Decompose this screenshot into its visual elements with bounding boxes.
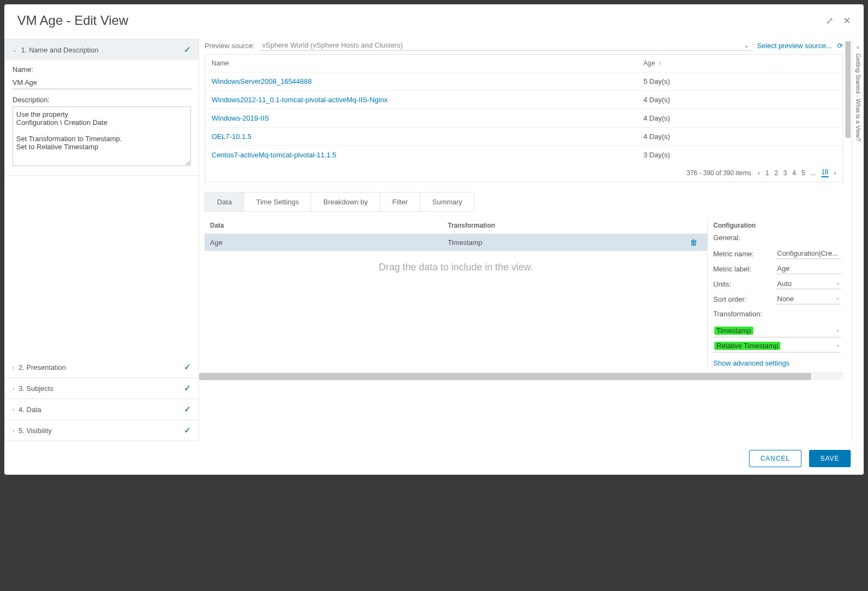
pager-page[interactable]: 2 (774, 169, 778, 177)
sort-select[interactable]: None⌄ (776, 294, 841, 304)
dialog-footer: CANCEL SAVE (4, 441, 864, 475)
pager-summary: 376 - 390 of 390 items (687, 169, 751, 177)
pager-page[interactable]: 4 (792, 169, 796, 177)
step-visibility[interactable]: › 5. Visibility ✓ (5, 420, 199, 441)
data-list: Data Transformation Age Timestamp 🗑 Drag… (205, 217, 708, 367)
description-label: Description: (12, 96, 191, 104)
vm-link[interactable]: WindowsServer2008_16544888 (205, 72, 637, 90)
step-body: Name: Description: Use the property Conf… (5, 60, 199, 175)
step-data[interactable]: › 4. Data ✓ (5, 399, 199, 420)
vertical-scrollbar[interactable] (845, 41, 851, 387)
step-label: 3. Subjects (18, 384, 53, 393)
table-row[interactable]: Centos7-activeMq-tomcat-pivotal-11.1.5 3… (205, 146, 843, 164)
config-tabs: Data Time Settings Breakdown by Filter S… (205, 192, 475, 212)
col-data: Data (210, 222, 448, 229)
table-row[interactable]: OEL7-10.1.5 4 Day(s) (205, 128, 843, 146)
config-panel: Configuration General: Metric name: Conf… (708, 217, 843, 367)
drag-hint: Drag the data to include in the view. (205, 251, 707, 289)
config-header: Configuration (713, 217, 841, 233)
table-row[interactable]: WindowsServer2008_16544888 5 Day(s) (205, 72, 843, 91)
pager-next[interactable]: › (834, 169, 836, 177)
sort-asc-icon: ↑ (658, 60, 661, 67)
getting-started-tab[interactable]: « Getting Started - What is a View? (852, 39, 864, 441)
step-label: 5. Visibility (18, 427, 51, 435)
vm-link[interactable]: Windows2012-11_0.1-tomcat-pivotal-active… (205, 91, 637, 109)
preview-source-label: Preview source: (205, 42, 254, 50)
table-row[interactable]: Windows-2019-IIS 4 Day(s) (205, 109, 843, 128)
transformation-sub-select[interactable]: Relative Timestamp ⌄ (713, 340, 841, 353)
delete-icon[interactable]: 🗑 (686, 238, 702, 247)
preview-source-row: Preview source: vSphere World (vSphere H… (199, 39, 849, 54)
col-transformation: Transformation (448, 222, 686, 229)
chevron-right-icon: › (12, 407, 14, 413)
pager-prev[interactable]: ‹ (758, 169, 760, 177)
chevron-down-icon: ⌄ (12, 47, 17, 53)
table-row[interactable]: Windows2012-11_0.1-tomcat-pivotal-active… (205, 91, 843, 109)
tab-time-settings[interactable]: Time Settings (244, 192, 311, 211)
chevron-right-icon: › (12, 364, 14, 370)
description-textarea[interactable]: Use the property Configuration \ Creatio… (12, 107, 191, 166)
metric-label-label: Metric label: (713, 265, 751, 273)
horizontal-scrollbar[interactable] (199, 373, 843, 380)
col-name[interactable]: Name (205, 55, 637, 72)
step-label: 2. Presentation (18, 363, 65, 371)
preview-source-select[interactable]: vSphere World (vSphere Hosts and Cluster… (260, 40, 752, 51)
dialog-header: VM Age - Edit View ⤢ ✕ (4, 4, 864, 39)
edit-view-dialog: VM Age - Edit View ⤢ ✕ ⌄ 1. Name and Des… (4, 4, 864, 475)
maximize-icon[interactable]: ⤢ (826, 15, 833, 26)
metric-name-label: Metric name: (713, 250, 754, 258)
step-presentation[interactable]: › 2. Presentation ✓ (5, 357, 199, 377)
check-icon: ✓ (184, 45, 191, 55)
sort-label: Sort order: (713, 295, 746, 303)
pager-ellipsis: ... (811, 169, 816, 177)
check-icon: ✓ (184, 426, 191, 435)
tab-summary[interactable]: Summary (420, 192, 475, 211)
chevron-down-icon: ⌄ (836, 327, 840, 335)
chevron-right-icon: › (12, 428, 14, 434)
col-age[interactable]: Age↑ (637, 55, 724, 72)
pager-page-current[interactable]: 16 (821, 168, 828, 177)
pager-page[interactable]: 3 (784, 169, 787, 177)
select-preview-source-link[interactable]: Select preview source... (757, 42, 832, 50)
chevron-down-icon: ⌄ (744, 41, 749, 49)
step-label: 1. Name and Description (21, 46, 98, 54)
refresh-icon[interactable]: ⟳ (837, 42, 843, 50)
wizard-steps: ⌄ 1. Name and Description ✓ Name: Descri… (4, 39, 199, 441)
units-label: Units: (713, 280, 731, 288)
pager: 376 - 390 of 390 items ‹ 1 2 3 4 5 ... 1… (205, 164, 843, 182)
save-button[interactable]: SAVE (809, 450, 851, 467)
pager-page[interactable]: 5 (801, 169, 805, 177)
step-name-description[interactable]: ⌄ 1. Name and Description ✓ (5, 39, 199, 60)
transformation-select[interactable]: Timestamp ⌄ (713, 324, 841, 337)
name-label: Name: (12, 65, 191, 74)
cancel-button[interactable]: CANCEL (749, 450, 801, 467)
name-input[interactable] (12, 76, 191, 89)
chevron-down-icon: ⌄ (836, 342, 840, 350)
units-select[interactable]: Auto⌄ (776, 278, 841, 289)
transformation-label: Transformation: (713, 307, 841, 322)
step-subjects[interactable]: › 3. Subjects ✓ (5, 378, 199, 399)
config-general: General: (713, 233, 841, 246)
chevron-right-icon: › (12, 386, 14, 391)
close-icon[interactable]: ✕ (843, 15, 851, 26)
check-icon: ✓ (184, 362, 191, 372)
tab-breakdown-by[interactable]: Breakdown by (311, 192, 380, 211)
chevron-down-icon: ⌄ (836, 295, 840, 303)
collapse-icon: « (857, 44, 860, 50)
check-icon: ✓ (184, 383, 191, 393)
tab-data[interactable]: Data (205, 192, 244, 211)
vm-link[interactable]: Centos7-activeMq-tomcat-pivotal-11.1.5 (205, 146, 637, 164)
chevron-down-icon: ⌄ (836, 280, 840, 288)
tab-filter[interactable]: Filter (380, 192, 420, 211)
step-label: 4. Data (18, 406, 41, 414)
vm-link[interactable]: OEL7-10.1.5 (205, 128, 637, 145)
metric-label-field[interactable]: Age (776, 263, 841, 274)
check-icon: ✓ (184, 404, 191, 414)
vm-link[interactable]: Windows-2019-IIS (205, 109, 637, 127)
metric-name-field[interactable]: Configuration|Cre... (776, 248, 841, 259)
show-advanced-link[interactable]: Show advanced settings (713, 359, 790, 367)
dialog-title: VM Age - Edit View (17, 13, 128, 28)
pager-page[interactable]: 1 (765, 169, 769, 177)
data-row[interactable]: Age Timestamp 🗑 (205, 234, 707, 251)
preview-table: Name Age↑ WindowsServer2008_16544888 5 D… (205, 54, 843, 182)
